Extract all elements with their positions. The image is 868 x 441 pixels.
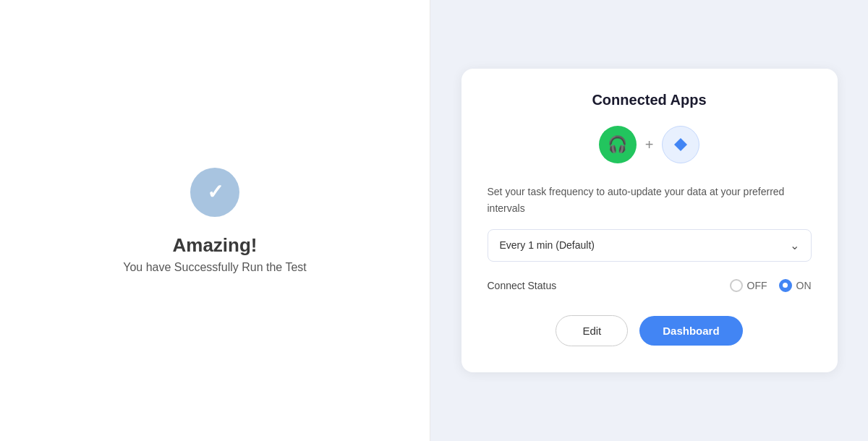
radio-on[interactable]: [779, 279, 792, 292]
off-option[interactable]: OFF: [730, 279, 767, 292]
radio-off[interactable]: [730, 279, 743, 292]
app-icon-diamond: [662, 126, 699, 163]
app-icons-row: 🎧 +: [488, 126, 812, 163]
checkmark-icon: ✓: [207, 180, 224, 204]
dashboard-button[interactable]: Dashboard: [639, 316, 742, 346]
toggle-group: OFF ON: [730, 279, 812, 292]
success-subtitle: You have Successfully Run the Test: [123, 261, 307, 274]
left-panel: ✓ Amazing! You have Successfully Run the…: [0, 0, 430, 441]
app-icon-headphone: 🎧: [599, 126, 637, 163]
connected-apps-card: Connected Apps 🎧 + Set your task frequen…: [461, 69, 838, 372]
on-option[interactable]: ON: [779, 279, 812, 292]
diamond-icon: [673, 137, 689, 153]
radio-inner-dot: [783, 283, 788, 288]
frequency-dropdown[interactable]: Every 1 min (Default) ⌄: [488, 229, 812, 262]
connect-status-row: Connect Status OFF ON: [488, 279, 812, 292]
edit-button[interactable]: Edit: [556, 315, 628, 346]
svg-marker-0: [674, 138, 687, 151]
amazing-heading: Amazing!: [123, 234, 307, 257]
chevron-down-icon: ⌄: [790, 239, 799, 252]
card-title: Connected Apps: [488, 92, 812, 108]
off-label: OFF: [747, 280, 767, 291]
on-label: ON: [796, 280, 812, 291]
dropdown-value: Every 1 min (Default): [500, 239, 595, 251]
right-panel: Connected Apps 🎧 + Set your task frequen…: [430, 0, 868, 441]
description-text: Set your task frequency to auto-update y…: [488, 184, 812, 216]
success-check-circle: ✓: [190, 168, 239, 217]
button-row: Edit Dashboard: [488, 315, 812, 346]
headphone-icon: 🎧: [608, 135, 627, 154]
connect-status-label: Connect Status: [488, 280, 557, 291]
success-message: Amazing! You have Successfully Run the T…: [123, 234, 307, 274]
plus-sign: +: [645, 137, 654, 153]
